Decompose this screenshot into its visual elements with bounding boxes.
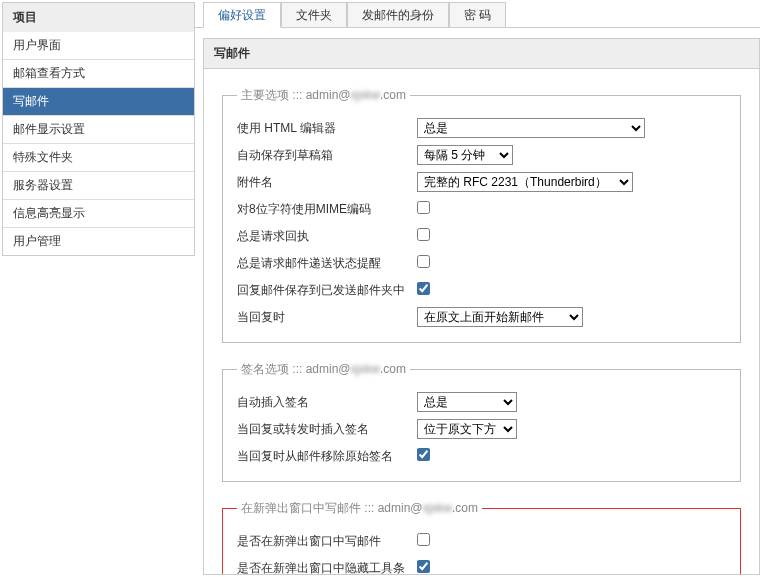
label-hide-toolbar-popup: 是否在新弹出窗口中隐藏工具条 xyxy=(237,560,417,576)
checkbox-compose-in-popup[interactable] xyxy=(417,533,430,546)
tab-bar: 偏好设置文件夹发邮件的身份密 码 xyxy=(195,2,760,28)
checkbox-save-replies[interactable] xyxy=(417,282,430,295)
sidebar-item-7[interactable]: 用户管理 xyxy=(3,228,194,255)
sidebar-item-5[interactable]: 服务器设置 xyxy=(3,172,194,200)
checkbox-always-receipt[interactable] xyxy=(417,228,430,241)
sidebar-item-0[interactable]: 用户界面 xyxy=(3,32,194,60)
label-html-editor: 使用 HTML 编辑器 xyxy=(237,120,417,137)
label-compose-in-popup: 是否在新弹出窗口中写邮件 xyxy=(237,533,417,550)
label-always-receipt: 总是请求回执 xyxy=(237,228,417,245)
sidebar: 项目 用户界面邮箱查看方式写邮件邮件显示设置特殊文件夹服务器设置信息高亮显示用户… xyxy=(0,0,195,577)
legend-signature: 签名选项 ::: admin@xjxkw.com xyxy=(237,361,410,378)
checkbox-remove-orig-sig[interactable] xyxy=(417,448,430,461)
tab-1[interactable]: 文件夹 xyxy=(281,2,347,27)
content-area: 主要选项 ::: admin@xjxkw.com 使用 HTML 编辑器 总是 … xyxy=(203,69,760,575)
main-panel: 偏好设置文件夹发邮件的身份密 码 写邮件 主要选项 ::: admin@xjxk… xyxy=(195,0,762,577)
sidebar-item-6[interactable]: 信息高亮显示 xyxy=(3,200,194,228)
checkbox-always-dsn[interactable] xyxy=(417,255,430,268)
label-mime8bit: 对8位字符使用MIME编码 xyxy=(237,201,417,218)
checkbox-hide-toolbar-popup[interactable] xyxy=(417,560,430,573)
label-attachment-name: 附件名 xyxy=(237,174,417,191)
select-sig-on-reply-forward[interactable]: 位于原文下方 xyxy=(417,419,517,439)
label-on-reply: 当回复时 xyxy=(237,309,417,326)
tab-0[interactable]: 偏好设置 xyxy=(203,2,281,28)
label-autosave: 自动保存到草稿箱 xyxy=(237,147,417,164)
select-html-editor[interactable]: 总是 xyxy=(417,118,645,138)
sidebar-item-2[interactable]: 写邮件 xyxy=(3,88,194,116)
page-title: 写邮件 xyxy=(203,38,760,69)
label-always-dsn: 总是请求邮件递送状态提醒 xyxy=(237,255,417,272)
sidebar-item-4[interactable]: 特殊文件夹 xyxy=(3,144,194,172)
checkbox-mime8bit[interactable] xyxy=(417,201,430,214)
tab-3[interactable]: 密 码 xyxy=(449,2,506,27)
label-save-replies: 回复邮件保存到已发送邮件夹中 xyxy=(237,282,417,299)
sidebar-item-3[interactable]: 邮件显示设置 xyxy=(3,116,194,144)
tab-2[interactable]: 发邮件的身份 xyxy=(347,2,449,27)
sidebar-item-1[interactable]: 邮箱查看方式 xyxy=(3,60,194,88)
group-popup-compose: 在新弹出窗口中写邮件 ::: admin@xjxkw.com 是否在新弹出窗口中… xyxy=(222,500,741,575)
sidebar-header: 项目 xyxy=(2,2,195,32)
select-auto-insert-sig[interactable]: 总是 xyxy=(417,392,517,412)
select-on-reply[interactable]: 在原文上面开始新邮件 xyxy=(417,307,583,327)
legend-main-options: 主要选项 ::: admin@xjxkw.com xyxy=(237,87,410,104)
group-main-options: 主要选项 ::: admin@xjxkw.com 使用 HTML 编辑器 总是 … xyxy=(222,87,741,343)
select-attachment-name[interactable]: 完整的 RFC 2231（Thunderbird） xyxy=(417,172,633,192)
label-auto-insert-sig: 自动插入签名 xyxy=(237,394,417,411)
label-remove-orig-sig: 当回复时从邮件移除原始签名 xyxy=(237,448,417,465)
select-autosave[interactable]: 每隔 5 分钟 xyxy=(417,145,513,165)
legend-popup-compose: 在新弹出窗口中写邮件 ::: admin@xjxkw.com xyxy=(237,500,482,517)
group-signature: 签名选项 ::: admin@xjxkw.com 自动插入签名 总是 当回复或转… xyxy=(222,361,741,482)
label-sig-on-reply-forward: 当回复或转发时插入签名 xyxy=(237,421,417,438)
